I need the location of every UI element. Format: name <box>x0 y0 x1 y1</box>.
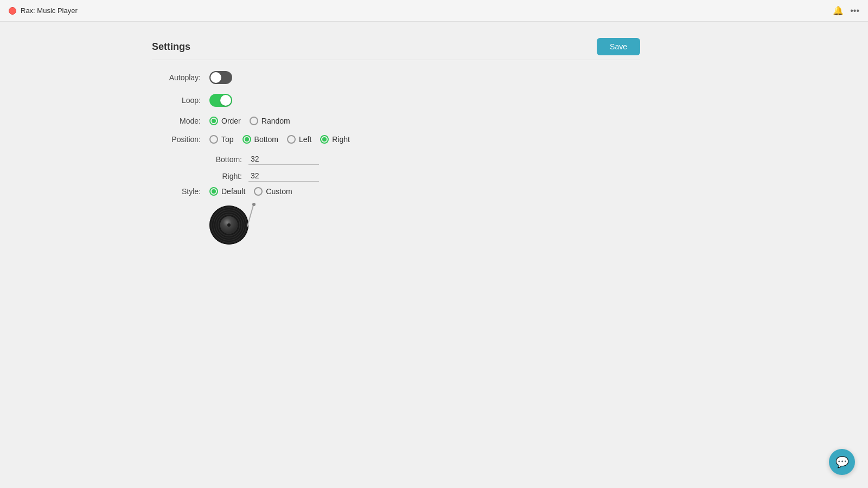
chat-button[interactable]: 💬 <box>829 449 855 475</box>
svg-point-7 <box>227 223 231 227</box>
player-widget <box>209 206 253 249</box>
more-options-icon[interactable]: ••• <box>850 6 859 16</box>
position-bottom-label: Bottom <box>254 135 278 144</box>
position-right-radio[interactable] <box>320 135 329 144</box>
autoplay-toggle[interactable] <box>209 71 232 84</box>
position-radio-group: Top Bottom Left Right <box>209 135 350 144</box>
autoplay-row: Autoplay: <box>152 71 640 84</box>
bottom-field-label: Bottom: <box>209 155 242 164</box>
position-bottom-radio[interactable] <box>242 135 251 144</box>
position-left-label: Left <box>299 135 311 144</box>
settings-title: Settings <box>152 41 190 53</box>
style-label: Style: <box>152 187 201 196</box>
mode-order-radio[interactable] <box>209 117 218 125</box>
bell-icon[interactable]: 🔔 <box>833 5 844 16</box>
save-button[interactable]: Save <box>597 38 640 55</box>
style-default-label: Default <box>221 187 245 196</box>
style-row: Style: Default Custom <box>152 187 640 196</box>
position-top-option[interactable]: Top <box>209 135 234 144</box>
svg-line-8 <box>247 203 254 226</box>
player-arm-svg <box>243 202 259 229</box>
loop-track[interactable] <box>209 94 232 107</box>
position-right-label: Right <box>332 135 350 144</box>
mode-random-label: Random <box>261 117 290 125</box>
position-left-radio[interactable] <box>287 135 296 144</box>
style-custom-label: Custom <box>266 187 292 196</box>
close-button[interactable] <box>9 7 16 15</box>
mode-label: Mode: <box>152 117 201 125</box>
style-custom-option[interactable]: Custom <box>254 187 292 196</box>
position-left-option[interactable]: Left <box>287 135 311 144</box>
autoplay-track[interactable] <box>209 71 232 84</box>
position-fields: Bottom: Right: <box>209 153 640 182</box>
bottom-field-row: Bottom: <box>209 153 640 165</box>
app-title: Rax: Music Player <box>21 7 78 15</box>
settings-container: Settings Save Autoplay: Loop: Mode: Orde… <box>152 38 640 249</box>
right-field-row: Right: <box>209 170 640 182</box>
chat-icon: 💬 <box>835 455 849 468</box>
loop-thumb <box>220 95 231 106</box>
loop-label: Loop: <box>152 96 201 105</box>
svg-point-9 <box>252 203 256 206</box>
header-divider <box>152 60 640 60</box>
mode-random-radio[interactable] <box>250 117 258 125</box>
style-radio-group: Default Custom <box>209 187 292 196</box>
position-bottom-option[interactable]: Bottom <box>242 135 278 144</box>
settings-header: Settings Save <box>152 38 640 55</box>
autoplay-thumb <box>210 72 221 83</box>
position-top-radio[interactable] <box>209 135 218 144</box>
mode-radio-group: Order Random <box>209 117 290 125</box>
style-default-radio[interactable] <box>209 187 218 196</box>
mode-row: Mode: Order Random <box>152 117 640 125</box>
mode-order-option[interactable]: Order <box>209 117 241 125</box>
style-custom-radio[interactable] <box>254 187 263 196</box>
position-right-option[interactable]: Right <box>320 135 350 144</box>
position-row: Position: Top Bottom Left Right <box>152 135 640 144</box>
right-field-label: Right: <box>209 172 242 181</box>
right-field-input[interactable] <box>248 170 319 182</box>
titlebar-right: 🔔 ••• <box>833 5 859 16</box>
style-default-option[interactable]: Default <box>209 187 245 196</box>
titlebar: Rax: Music Player 🔔 ••• <box>0 0 868 22</box>
bottom-field-input[interactable] <box>248 153 319 165</box>
mode-order-label: Order <box>221 117 241 125</box>
mode-random-option[interactable]: Random <box>250 117 290 125</box>
position-label: Position: <box>152 135 201 144</box>
autoplay-label: Autoplay: <box>152 73 201 82</box>
position-top-label: Top <box>221 135 234 144</box>
titlebar-left: Rax: Music Player <box>9 7 78 15</box>
loop-row: Loop: <box>152 94 640 107</box>
loop-toggle[interactable] <box>209 94 232 107</box>
